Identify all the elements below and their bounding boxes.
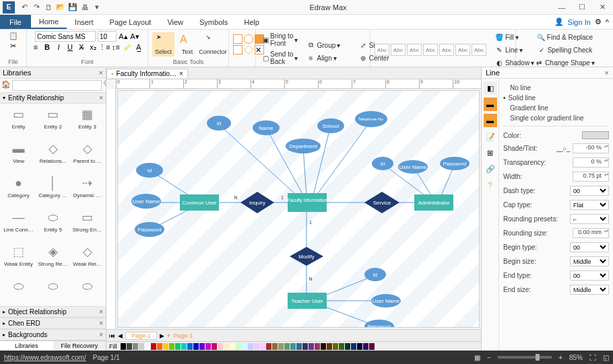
style-swatch[interactable]: Abc xyxy=(375,44,389,56)
color-swatch[interactable] xyxy=(139,343,144,350)
color-swatch[interactable] xyxy=(339,343,344,350)
zoom-out-icon[interactable]: − xyxy=(487,354,491,361)
print-icon[interactable]: 🖶 xyxy=(79,2,90,13)
send-back-button[interactable]: ▢Send to Back ▾ xyxy=(260,49,300,67)
increase-font-icon[interactable]: A▴ xyxy=(119,32,128,41)
home-icon[interactable]: 🏠 xyxy=(1,80,11,91)
width-value[interactable]: 0.75 pt xyxy=(573,172,609,182)
color-swatch[interactable] xyxy=(333,343,338,350)
text-tab-icon[interactable]: 📝 xyxy=(484,130,497,143)
shape-item[interactable]: ◇Relations... xyxy=(37,141,69,172)
next-page-icon[interactable]: ▶ xyxy=(160,332,164,339)
transparency-value[interactable]: 0 % xyxy=(573,157,609,168)
tab-view[interactable]: View xyxy=(159,15,191,29)
color-swatch[interactable] xyxy=(327,343,332,350)
opt-gradient-line[interactable]: Gradient line xyxy=(503,103,609,113)
category-entity-relationship[interactable]: ▾ Entity Relationship × xyxy=(0,92,106,104)
bring-front-button[interactable]: ▣Bring to Front ▾ xyxy=(260,31,300,48)
misc-tab-icon[interactable]: ⊞ xyxy=(484,146,497,159)
first-page-icon[interactable]: ⏮ xyxy=(109,332,115,339)
color-swatch[interactable] xyxy=(284,343,290,350)
close-tab-icon[interactable]: × xyxy=(179,70,183,77)
color-swatch[interactable] xyxy=(302,343,308,350)
close-icon[interactable]: ✕ xyxy=(594,2,610,13)
shape-item[interactable]: ⬭ xyxy=(71,278,103,303)
decrease-font-icon[interactable]: A▾ xyxy=(130,32,139,41)
color-swatch[interactable] xyxy=(236,343,241,350)
link-tab-icon[interactable]: 🔗 xyxy=(484,162,497,176)
settings-icon[interactable]: ⚙ xyxy=(595,17,602,26)
strike-icon[interactable]: X̶ xyxy=(77,42,86,52)
bold-icon[interactable]: B xyxy=(42,42,52,52)
color-swatch[interactable] xyxy=(187,343,193,350)
bullets-icon[interactable]: ⋮≡ xyxy=(100,42,109,52)
color-swatch[interactable] xyxy=(266,343,271,350)
color-swatch[interactable] xyxy=(127,343,132,350)
color-swatch[interactable] xyxy=(309,343,314,350)
color-swatch[interactable] xyxy=(345,343,350,350)
rounding-presets-select[interactable]: ⌐ xyxy=(570,214,609,224)
opt-solid-line[interactable]: Solid line xyxy=(503,93,609,103)
close-libraries-icon[interactable]: × xyxy=(99,69,103,77)
fit-page-icon[interactable]: ⛶ xyxy=(589,354,596,361)
page-tab-1[interactable]: Page-1 xyxy=(125,332,157,340)
end-size-select[interactable]: Middle xyxy=(570,285,609,295)
find-replace-button[interactable]: 🔍Find & Replace xyxy=(534,31,595,43)
minimize-icon[interactable]: — xyxy=(554,2,570,13)
font-size-combo[interactable] xyxy=(98,31,117,42)
shape-item[interactable]: ◇Weak Rel… xyxy=(71,244,103,275)
color-swatch[interactable] xyxy=(582,131,609,139)
dash-select[interactable]: 00 xyxy=(570,186,609,196)
color-swatch[interactable] xyxy=(290,343,296,350)
color-swatch[interactable] xyxy=(121,343,126,350)
begin-size-select[interactable]: Middle xyxy=(570,256,609,266)
color-swatch[interactable] xyxy=(296,343,302,350)
shape-item[interactable]: ◈Strong Re… xyxy=(37,244,69,275)
tab-insert[interactable]: Insert xyxy=(67,15,102,29)
color-swatch[interactable] xyxy=(315,343,320,350)
library-search-input[interactable] xyxy=(12,80,102,91)
shape-item[interactable]: ◇Parent to ... xyxy=(71,141,103,172)
color-swatch[interactable] xyxy=(199,343,205,350)
shade-value[interactable]: -50 % xyxy=(573,143,609,153)
new-icon[interactable]: 🗋 xyxy=(43,2,54,13)
cut-icon[interactable]: ✂ xyxy=(9,41,18,50)
zoom-in-icon[interactable]: + xyxy=(558,354,562,361)
select-tool[interactable]: ➤ Select xyxy=(152,32,174,57)
cap-select[interactable]: Flat xyxy=(570,200,609,210)
fullscreen-icon[interactable]: ◱ xyxy=(603,354,609,361)
collapse-ribbon-icon[interactable]: ^ xyxy=(606,18,609,26)
line-tab-icon[interactable]: ▬ xyxy=(484,98,497,111)
style-gallery[interactable]: Abc Abc Abc Abc Abc Abc Abc xyxy=(375,44,486,56)
italic-icon[interactable]: I xyxy=(54,42,63,52)
color-swatch[interactable] xyxy=(163,343,168,350)
close-panel-icon[interactable]: × xyxy=(605,69,609,77)
zoom-slider[interactable] xyxy=(498,356,552,359)
highlight-icon[interactable]: 🖉 xyxy=(123,42,132,52)
fill-tab-icon[interactable]: ◧ xyxy=(484,81,497,95)
tab-file[interactable]: File xyxy=(0,15,31,29)
color-swatch[interactable] xyxy=(157,343,162,350)
color-swatch[interactable] xyxy=(224,343,229,350)
text-tool[interactable]: A Text xyxy=(177,32,197,57)
line-spacing-icon[interactable]: ↕≡ xyxy=(111,42,121,52)
color-swatch[interactable] xyxy=(181,343,187,350)
more-icon[interactable]: ▾ xyxy=(92,2,102,13)
connector-tool[interactable]: ↘ Connector xyxy=(200,32,226,57)
opt-single-gradient[interactable]: Single color gradient line xyxy=(503,113,609,123)
shape-item[interactable]: │Category … xyxy=(37,175,69,207)
status-url[interactable]: https://www.edrawsoft.com/ xyxy=(4,354,86,361)
maximize-icon[interactable]: ☐ xyxy=(574,2,590,13)
save-icon[interactable]: 💾 xyxy=(67,2,78,13)
category-object-relationship[interactable]: ▸Object Relationship× xyxy=(0,306,106,318)
shape-item[interactable]: ▭Strong En… xyxy=(71,209,103,241)
shape-item[interactable]: ⬚Weak Entity xyxy=(3,244,34,275)
spelling-button[interactable]: ✓Spelling Check xyxy=(534,44,595,56)
underline-icon[interactable]: U xyxy=(65,42,75,52)
add-page-icon[interactable]: + xyxy=(167,332,170,339)
opt-no-line[interactable]: No line xyxy=(503,83,609,93)
color-swatch[interactable] xyxy=(278,343,284,350)
color-swatch[interactable] xyxy=(260,343,265,350)
tab-home[interactable]: Home xyxy=(31,15,67,29)
prev-page-icon[interactable]: ◀ xyxy=(118,332,123,339)
